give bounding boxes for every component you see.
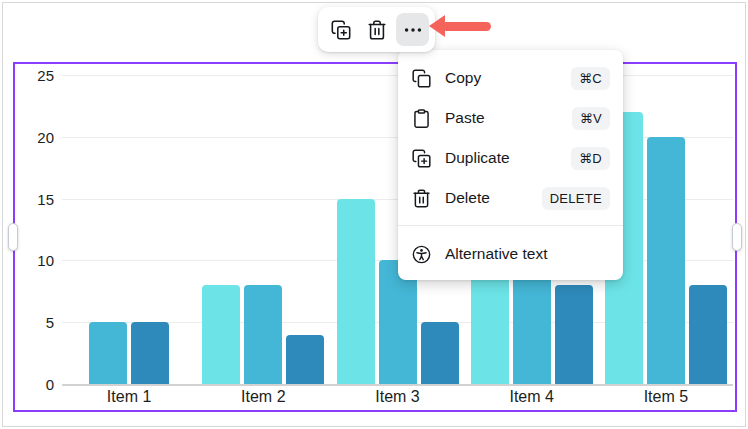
accessibility-icon <box>411 244 432 265</box>
y-axis-tick-label: 0 <box>16 376 54 393</box>
trash-icon <box>411 188 432 209</box>
shortcut-badge: ⌘C <box>571 67 610 90</box>
x-axis-category-label: Item 3 <box>330 388 464 406</box>
chart-selection-box[interactable]: 0510152025 Item 1Item 2Item 3Item 4Item … <box>13 62 737 412</box>
resize-handle-right[interactable] <box>732 223 742 251</box>
trash-icon <box>366 19 388 41</box>
y-axis-tick-label: 15 <box>16 190 54 207</box>
x-axis-category-label: Item 2 <box>196 388 330 406</box>
y-axis-tick-label: 10 <box>16 252 54 269</box>
menu-item-paste[interactable]: Paste ⌘V <box>398 98 623 138</box>
bar[interactable] <box>286 335 324 384</box>
context-menu: Copy ⌘C Paste ⌘V Duplicate ⌘D Delete DEL… <box>398 50 623 280</box>
bar-group <box>196 75 330 384</box>
bar[interactable] <box>421 322 459 384</box>
x-axis-category-label: Item 4 <box>465 388 599 406</box>
paste-icon <box>411 108 432 129</box>
delete-button[interactable] <box>360 13 393 46</box>
arrow-shaft <box>442 22 491 31</box>
x-axis-category-label: Item 5 <box>599 388 733 406</box>
bar[interactable] <box>555 285 593 384</box>
duplicate-icon <box>411 148 432 169</box>
duplicate-icon <box>330 19 352 41</box>
more-button[interactable] <box>396 13 429 46</box>
bar[interactable] <box>131 322 169 384</box>
menu-item-delete[interactable]: Delete DELETE <box>398 178 623 218</box>
bar[interactable] <box>89 322 127 384</box>
copy-icon <box>411 68 432 89</box>
bar[interactable] <box>337 199 375 384</box>
menu-item-duplicate[interactable]: Duplicate ⌘D <box>398 138 623 178</box>
resize-handle-left[interactable] <box>8 223 18 251</box>
bar[interactable] <box>244 285 282 384</box>
menu-item-label: Duplicate <box>445 149 510 167</box>
menu-separator <box>398 225 623 226</box>
menu-item-alternative-text[interactable]: Alternative text <box>398 234 623 274</box>
x-axis-category-label: Item 1 <box>62 388 196 406</box>
bar[interactable] <box>513 273 551 384</box>
shortcut-badge: ⌘D <box>571 147 610 170</box>
x-axis-labels: Item 1Item 2Item 3Item 4Item 5 <box>62 388 733 406</box>
gridline <box>62 384 733 386</box>
bar[interactable] <box>647 137 685 384</box>
element-toolbar <box>318 7 435 52</box>
menu-item-copy[interactable]: Copy ⌘C <box>398 58 623 98</box>
menu-item-label: Copy <box>445 69 481 87</box>
more-dots-icon <box>402 19 424 41</box>
shortcut-badge: ⌘V <box>572 107 610 130</box>
bar-group <box>62 75 196 384</box>
menu-item-label: Paste <box>445 109 485 127</box>
bar[interactable] <box>689 285 727 384</box>
menu-item-label: Delete <box>445 189 490 207</box>
annotation-arrow <box>429 15 492 38</box>
shortcut-badge: DELETE <box>542 187 610 210</box>
y-axis-tick-label: 20 <box>16 128 54 145</box>
bar[interactable] <box>202 285 240 384</box>
y-axis-tick-label: 5 <box>16 314 54 331</box>
duplicate-button[interactable] <box>324 13 357 46</box>
menu-item-label: Alternative text <box>445 245 548 263</box>
y-axis-tick-label: 25 <box>16 67 54 84</box>
